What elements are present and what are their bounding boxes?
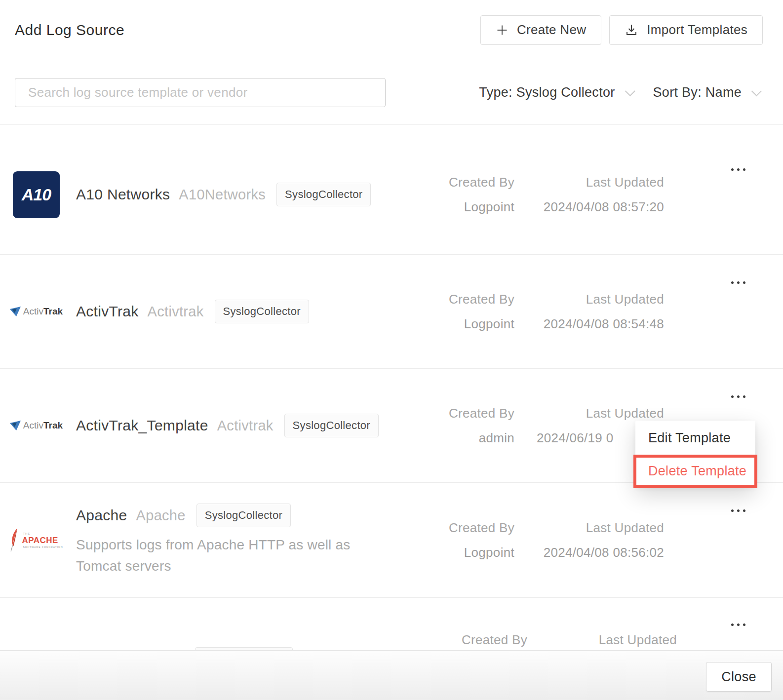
row-context-menu: Edit Template Delete Template xyxy=(635,421,755,487)
template-title: Apache xyxy=(76,507,127,524)
a10-logo: A10 xyxy=(13,171,60,218)
last-updated-label: Last Updated xyxy=(537,406,664,421)
add-log-source-dialog: Add Log Source Create New Import Templat… xyxy=(0,0,783,700)
created-by-label: Created By xyxy=(458,632,527,648)
close-button[interactable]: Close xyxy=(706,662,772,692)
row-actions-menu-button[interactable] xyxy=(730,165,746,174)
activtrak-triangle-icon xyxy=(10,307,21,317)
collector-type-badge: SyslogCollector xyxy=(276,183,371,206)
created-by-label: Created By xyxy=(445,292,514,307)
template-vendor: Activtrak xyxy=(217,418,274,434)
sort-by-dropdown[interactable]: Sort By: Name xyxy=(653,85,742,100)
plus-icon xyxy=(496,24,509,37)
last-updated-label: Last Updated xyxy=(537,175,664,190)
last-updated-label: Last Updated xyxy=(537,292,664,307)
type-filter-dropdown[interactable]: Type: Syslog Collector xyxy=(479,85,615,100)
row-info: ActivTrak_Template Activtrak SyslogColle… xyxy=(76,414,445,437)
apache-logo: THE APACHE SOFTWARE FOUNDATION xyxy=(13,528,60,552)
row-info: Apache Apache SyslogCollector Supports l… xyxy=(76,504,445,577)
dialog-header: Add Log Source Create New Import Templat… xyxy=(0,0,783,60)
created-by-label: Created By xyxy=(445,175,514,190)
log-source-row[interactable]: ActivTrak ActivTrak Activtrak SyslogColl… xyxy=(0,255,783,369)
template-vendor: A10Networks xyxy=(179,187,266,203)
template-vendor: Apache xyxy=(136,507,186,524)
activtrak-triangle-icon xyxy=(10,421,21,431)
page-title: Add Log Source xyxy=(15,22,124,39)
last-updated-label: Last Updated xyxy=(537,520,664,536)
row-meta: Created By Logpoint Last Updated 2024/04… xyxy=(445,292,664,332)
edit-template-menu-item[interactable]: Edit Template xyxy=(635,421,755,455)
last-updated-value: 2024/04/08 08:54:48 xyxy=(537,316,664,332)
create-new-button[interactable]: Create New xyxy=(480,15,601,45)
row-actions-menu-button[interactable] xyxy=(730,392,746,401)
row-actions-menu-button[interactable] xyxy=(730,506,746,515)
delete-template-menu-item[interactable]: Delete Template xyxy=(635,455,755,487)
import-templates-label: Import Templates xyxy=(647,22,747,38)
template-title: ActivTrak xyxy=(76,303,139,320)
row-meta: Created By Logpoint Last Updated 2024/04… xyxy=(445,175,664,215)
log-source-row[interactable]: A10 A10 Networks A10Networks SyslogColle… xyxy=(0,125,783,255)
create-new-label: Create New xyxy=(517,22,586,38)
chevron-down-icon xyxy=(625,86,635,96)
row-meta: Created By admin Last Updated 2024/06/19… xyxy=(445,406,664,446)
created-by-value: Logpoint xyxy=(445,199,514,215)
import-templates-button[interactable]: Import Templates xyxy=(609,15,763,45)
log-source-row[interactable]: THE APACHE SOFTWARE FOUNDATION Apache Ap… xyxy=(0,483,783,598)
chevron-down-icon xyxy=(751,86,762,96)
apache-feather-icon xyxy=(9,528,20,552)
delete-template-label: Delete Template xyxy=(648,464,746,479)
template-description: Supports logs from Apache HTTP as well a… xyxy=(76,534,396,577)
dialog-footer: Close xyxy=(0,650,783,700)
row-info: A10 Networks A10Networks SyslogCollector xyxy=(76,183,445,206)
row-actions-menu-button[interactable] xyxy=(730,278,746,287)
row-info: ActivTrak Activtrak SyslogCollector xyxy=(76,300,445,323)
last-updated-value: 2024/04/08 08:57:20 xyxy=(537,199,664,215)
filter-controls: Type: Syslog Collector Sort By: Name xyxy=(479,85,759,100)
last-updated-value: 2024/04/08 08:56:02 xyxy=(537,545,664,560)
header-actions: Create New Import Templates xyxy=(480,15,763,45)
collector-type-badge: SyslogCollector xyxy=(284,414,379,437)
created-by-label: Created By xyxy=(445,520,514,536)
a10-logo-text: A10 xyxy=(22,185,51,204)
row-meta: Created By Last Updated xyxy=(458,632,677,648)
created-by-value: Logpoint xyxy=(445,316,514,332)
activtrak-logo: ActivTrak xyxy=(13,420,60,431)
last-updated-label: Last Updated xyxy=(549,632,677,648)
created-by-label: Created By xyxy=(445,406,514,421)
row-meta: Created By Logpoint Last Updated 2024/04… xyxy=(445,520,664,560)
template-vendor: Activtrak xyxy=(148,304,204,320)
activtrak-logo: ActivTrak xyxy=(13,306,60,317)
template-title: ActivTrak_Template xyxy=(76,417,208,434)
collector-type-badge: SyslogCollector xyxy=(215,300,309,323)
search-input[interactable] xyxy=(15,78,386,107)
created-by-value: Logpoint xyxy=(445,545,514,560)
filter-bar: Type: Syslog Collector Sort By: Name xyxy=(0,60,783,125)
template-title: A10 Networks xyxy=(76,186,170,203)
download-icon xyxy=(625,23,638,37)
row-actions-menu-button[interactable] xyxy=(730,621,746,629)
collector-type-badge: SyslogCollector xyxy=(196,504,291,527)
created-by-value: admin xyxy=(445,430,514,446)
